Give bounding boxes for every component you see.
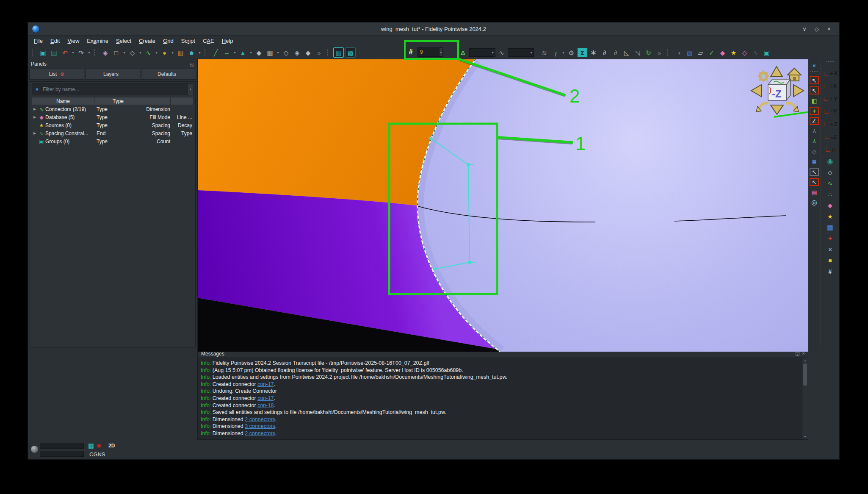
spacing-tool-icon[interactable]: ∿	[497, 48, 506, 57]
toolbar-overflow-icon[interactable]: »	[655, 48, 664, 57]
polyline-curve-icon[interactable]: ⌣	[222, 48, 232, 57]
show-blocks-icon[interactable]: ■	[826, 256, 835, 264]
menu-help[interactable]: Help	[218, 36, 237, 45]
mask-toggle-icon[interactable]: ◑	[674, 48, 683, 57]
connector-display-icon[interactable]: ∿	[144, 48, 153, 57]
hierarchy-up-icon[interactable]: Y	[810, 127, 819, 135]
mesh-style-icon[interactable]: ◇	[127, 48, 137, 57]
solve-boundary-icon[interactable]: ∂	[611, 48, 620, 57]
select-settings-icon[interactable]: ↖	[810, 178, 819, 186]
palette-dropdown-icon[interactable]: ▾	[171, 48, 174, 57]
fill-toggle-icon[interactable]: ◧	[810, 97, 819, 105]
scroll-up-icon[interactable]: ▴	[804, 358, 806, 363]
edit-domain-icon[interactable]: ◈	[292, 48, 302, 57]
sum-dimension-icon[interactable]: Σ	[578, 48, 587, 57]
scroll-thumb[interactable]	[803, 364, 807, 386]
collapse-panel-icon[interactable]: «	[810, 61, 819, 69]
toolbar-grip[interactable]	[205, 49, 208, 56]
show-connectors-icon[interactable]: ∿	[826, 179, 835, 187]
select-plus-icon[interactable]: ↖	[810, 76, 819, 84]
initialize-icon[interactable]: ∗	[589, 48, 598, 57]
examine-icon[interactable]: ◈	[100, 48, 110, 57]
mask-sources-icon[interactable]: ★	[729, 48, 738, 57]
toolbar-grip[interactable]	[327, 49, 330, 56]
hierarchy-down-icon[interactable]: Y	[810, 137, 819, 145]
view-plus-x[interactable]: ∟ +X	[822, 67, 838, 77]
hide-entities-icon[interactable]: ☻	[187, 48, 196, 57]
toolbar-grip[interactable]	[667, 49, 671, 56]
re-extrude-icon[interactable]: ↻	[644, 48, 653, 57]
mask-connectors-icon[interactable]: ✓	[707, 48, 716, 57]
undo-icon[interactable]: ↶	[60, 48, 70, 57]
row-expander-icon[interactable]: ▶	[32, 107, 38, 111]
hide-axes-icon[interactable]: ×	[826, 245, 835, 253]
mask-spacings-icon[interactable]: ◇	[740, 48, 749, 57]
close-button[interactable]: ×	[826, 26, 832, 32]
menu-cae[interactable]: CAE	[199, 36, 218, 45]
toolbar-grip[interactable]	[827, 61, 834, 64]
menu-edit[interactable]: Edit	[47, 36, 64, 45]
redo-dropdown-icon[interactable]: ▾	[87, 48, 91, 57]
extrude-plus-icon[interactable]: ◺	[622, 48, 631, 57]
log-entity-link[interactable]: con-17	[257, 395, 274, 401]
dimension-spin-dropdown-icon[interactable]: ▾	[439, 48, 442, 56]
tree-row[interactable]: ▣ Groups (0) Type Count	[32, 137, 194, 145]
3d-viewport[interactable]: -Z	[198, 59, 808, 352]
menu-view[interactable]: View	[64, 36, 83, 45]
assemble-block-dropdown-icon[interactable]: ▾	[276, 48, 280, 57]
new-file-icon[interactable]: ▤	[49, 48, 59, 57]
show-database-globe-icon[interactable]: ◉	[826, 157, 835, 165]
tree-column-header[interactable]	[171, 97, 193, 105]
title-bar[interactable]: wing_mesh_tut* - Fidelity Pointwise 2024…	[28, 22, 839, 36]
modify-curve-icon[interactable]: ╭	[550, 48, 560, 57]
toolbar-grip[interactable]	[32, 49, 35, 56]
log-entity-link[interactable]: 2 connectors	[245, 430, 275, 436]
toolbar-overflow-icon[interactable]: »	[314, 48, 324, 57]
group-layers-icon[interactable]: ▣	[762, 48, 771, 57]
tree-column-header[interactable]: Type	[94, 97, 142, 105]
unstructured-grid-icon[interactable]: ▩	[345, 47, 356, 58]
orient-gear-icon[interactable]: ⚙	[567, 48, 576, 57]
show-points-icon[interactable]: ∴	[826, 190, 835, 198]
view-cube-dropdown-icon[interactable]: ▾	[122, 48, 126, 57]
tree-row[interactable]: ▶ ∿ Connectors (2/19) Type Dimension	[32, 105, 194, 113]
view-minus-x[interactable]: ∟ -X	[823, 79, 837, 89]
polyline-dropdown-icon[interactable]: ▾	[233, 48, 237, 57]
hide-entities-dropdown-icon[interactable]: ▾	[198, 48, 202, 57]
mask-database-icon[interactable]: ◆	[718, 48, 727, 57]
orphan-domain-icon[interactable]: ◇	[810, 147, 819, 155]
menu-select[interactable]: Select	[112, 36, 135, 45]
tree-row[interactable]: ▶ ◆ Database (5) Type Fill Mode Line ...	[32, 113, 194, 121]
spacing-combo-2[interactable]: ▾	[508, 48, 534, 57]
tab-list[interactable]: List ⊗	[29, 69, 84, 80]
expand-selection-icon[interactable]: +	[810, 107, 819, 115]
tree-row[interactable]: ▶ ∿ Spacing Constrai... End Spacing Type	[32, 129, 194, 137]
tree-row[interactable]: ★ Sources (0) Type Spacing Decay	[32, 121, 194, 129]
menu-grid[interactable]: Grid	[159, 36, 177, 45]
mask-blocks-icon[interactable]: ▧	[685, 48, 694, 57]
tab-close-icon[interactable]: ⊗	[60, 71, 64, 77]
minimize-button[interactable]: ∨	[801, 26, 808, 32]
log-entity-link[interactable]: 3 connectors	[245, 423, 275, 429]
slope-tool-icon[interactable]: ∠	[810, 117, 819, 125]
row-expander-icon[interactable]: ▶	[32, 131, 38, 135]
show-sources-icon[interactable]: ★	[826, 212, 835, 220]
two-point-curve-icon[interactable]: ╱	[211, 48, 221, 57]
tree-column-header[interactable]	[142, 97, 171, 105]
menu-create[interactable]: Create	[135, 36, 159, 45]
draw-shape-icon[interactable]: ▲	[238, 48, 248, 57]
average-spacing-icon[interactable]: Δ	[458, 48, 468, 57]
tab-defaults[interactable]: Defaults	[141, 69, 196, 80]
connector-display-dropdown-icon[interactable]: ▾	[155, 48, 158, 57]
modify-curve-dropdown-icon[interactable]: ▾	[561, 48, 565, 57]
distribute-icon[interactable]: ≋	[539, 48, 549, 57]
view-cube-icon[interactable]: □	[111, 48, 121, 57]
draw-shape-dropdown-icon[interactable]: ▾	[249, 48, 253, 57]
mesh-style-dropdown-icon[interactable]: ▾	[138, 48, 142, 57]
toolbar-grip[interactable]	[810, 71, 818, 74]
select-visible-icon[interactable]: ↖	[810, 168, 819, 176]
view-minus-z[interactable]: ∟ -Z	[824, 130, 837, 140]
tree-column-header[interactable]: Name	[32, 97, 94, 105]
orientation-cube[interactable]: -Z	[768, 79, 791, 100]
select-minus-icon[interactable]: ↖	[810, 86, 819, 94]
